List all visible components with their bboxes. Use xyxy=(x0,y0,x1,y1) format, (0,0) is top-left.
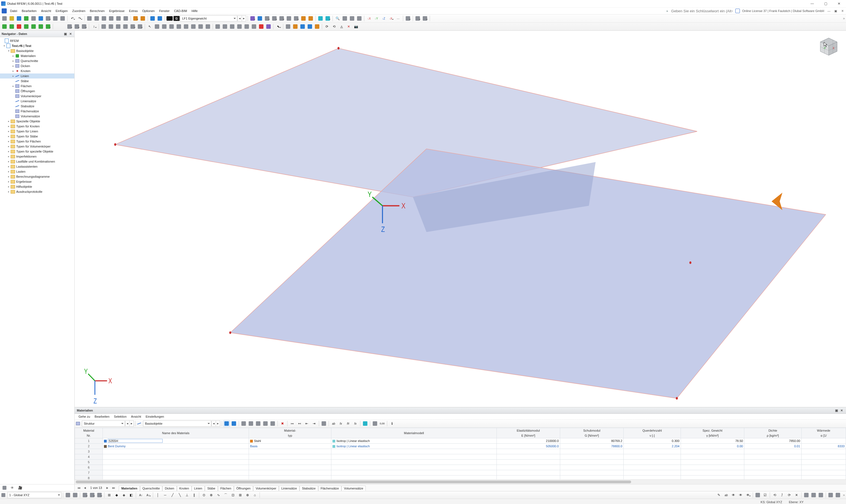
table-row[interactable]: 6 xyxy=(75,465,846,470)
table2-button[interactable] xyxy=(93,15,100,22)
h1-button[interactable] xyxy=(214,23,221,30)
copy-button[interactable] xyxy=(30,15,37,22)
draw6-button[interactable] xyxy=(137,23,143,30)
open-file-button[interactable] xyxy=(8,15,15,22)
draw5-button[interactable] xyxy=(129,23,136,30)
cursor-mode-button[interactable]: ⬉ xyxy=(275,23,282,30)
menu-berechnen[interactable]: Berechnen xyxy=(88,8,107,14)
truck2-button[interactable] xyxy=(324,15,331,22)
print-button[interactable] xyxy=(45,15,51,22)
load5-button[interactable] xyxy=(278,15,285,22)
panel-cat-next[interactable]: ► xyxy=(216,420,220,427)
tree-group-lastfälle-und-kombinationen[interactable]: ▸Lastfälle und Kombinationen xyxy=(0,159,74,164)
load3-button[interactable] xyxy=(264,15,270,22)
bb-r16[interactable] xyxy=(834,492,841,499)
chart5-button[interactable] xyxy=(183,23,190,30)
panel-tb-d1[interactable]: ↦ xyxy=(289,420,295,427)
calc2-button[interactable] xyxy=(140,15,146,22)
menu-optionen[interactable]: Optionen xyxy=(140,8,157,14)
panel-menu-einstellungen[interactable]: Einstellungen xyxy=(143,414,166,419)
navigator-close-button[interactable]: ✕ xyxy=(68,32,73,36)
bb-r10[interactable]: ⟳ xyxy=(786,492,793,499)
panel-float-button[interactable]: ▣ xyxy=(834,408,839,413)
menu-einfügen[interactable]: Einfügen xyxy=(53,8,70,14)
nav-footer-sheet-icon[interactable] xyxy=(2,485,7,491)
panel-menu-gehe-zu[interactable]: Gehe zu xyxy=(76,414,92,419)
menu-hilfe[interactable]: Hilfe xyxy=(189,8,200,14)
chart7-button[interactable] xyxy=(197,23,204,30)
bb-16[interactable]: ⊥ xyxy=(183,492,190,499)
calc1-button[interactable] xyxy=(132,15,139,22)
chart8-button[interactable] xyxy=(204,23,211,30)
keyword-search-input[interactable] xyxy=(670,9,733,13)
bb-18[interactable]: ⊙ xyxy=(201,492,207,499)
render2-button[interactable] xyxy=(414,15,421,22)
panel-tb-000[interactable]: 0,00 xyxy=(379,420,385,427)
bb-13[interactable]: ─ xyxy=(162,492,168,499)
load9-button[interactable] xyxy=(307,15,314,22)
tree-item-flächen[interactable]: ▸Flächen xyxy=(0,84,74,89)
bb-9[interactable]: ◧ xyxy=(128,492,134,499)
bb-14[interactable]: ╱ xyxy=(169,492,176,499)
render1-button[interactable] xyxy=(404,15,411,22)
grid4-button[interactable] xyxy=(306,23,313,30)
arrow-button[interactable]: ↖ xyxy=(146,23,153,30)
grid-hscroll[interactable] xyxy=(75,480,846,484)
m2-button[interactable]: ⟲ xyxy=(331,23,338,30)
tree-group-ausdruckprotokolle[interactable]: ▸Ausdruckprotokolle xyxy=(0,189,74,194)
bb-r1[interactable]: ✎ xyxy=(716,492,722,499)
bb-r3[interactable]: 👁 xyxy=(730,492,737,499)
panel-tb-g1[interactable] xyxy=(362,420,368,427)
doc2-button[interactable] xyxy=(59,15,66,22)
panel-tab-knoten[interactable]: Knoten xyxy=(177,486,192,491)
bb-r2[interactable]: ab xyxy=(723,492,730,499)
panel-tb-c1[interactable] xyxy=(240,420,247,427)
tree-group-lastassistenten[interactable]: ▸Lastassistenten xyxy=(0,164,74,169)
tree-g-button[interactable] xyxy=(45,23,51,30)
panel-tb-d2[interactable]: ↤ xyxy=(296,420,303,427)
panel-tab-flächensätze[interactable]: Flächensätze xyxy=(318,486,341,491)
menu-datei[interactable]: Datei xyxy=(8,8,20,14)
tree-group-typen-für-stäbe[interactable]: ▸Typen für Stäbe xyxy=(0,134,74,139)
delete-button[interactable]: ✕ xyxy=(345,23,352,30)
minimize-button[interactable]: — xyxy=(806,0,818,7)
bb-24[interactable]: ⊕ xyxy=(244,492,251,499)
draw4-button[interactable] xyxy=(122,23,129,30)
panel-tb-c4[interactable] xyxy=(262,420,269,427)
tree-group-imperfektionen[interactable]: ▸Imperfektionen xyxy=(0,154,74,159)
panel-tab-flächen[interactable]: Flächen xyxy=(218,486,234,491)
tree-a-button[interactable] xyxy=(1,23,8,30)
panel-tab-volumenkörper[interactable]: Volumenkörper xyxy=(253,486,279,491)
panel-tab-liniensätze[interactable]: Liniensätze xyxy=(279,486,300,491)
close-button[interactable]: ✕ xyxy=(833,0,845,7)
bottombar-overflow-icon[interactable]: » xyxy=(843,493,845,497)
navigation-cube[interactable]: -Y X xyxy=(816,34,841,58)
toolbar-overflow-icon[interactable]: » xyxy=(843,17,845,20)
panel-tb-info[interactable]: ℹ xyxy=(389,420,395,427)
bb-10[interactable]: A↕ xyxy=(138,492,144,499)
new-file-button[interactable] xyxy=(1,15,8,22)
axis-neg-x-button[interactable]: -X xyxy=(388,15,394,22)
bb-r9[interactable]: ⤴ xyxy=(779,492,785,499)
save-button[interactable] xyxy=(37,15,44,22)
load4-button[interactable] xyxy=(271,15,278,22)
lc-prev-button[interactable]: ◄ xyxy=(237,15,242,21)
panel-tab-linien[interactable]: Linien xyxy=(192,486,205,491)
menu-cad-bim[interactable]: CAD-BIM xyxy=(172,8,189,14)
table-row[interactable]: 1S355HStahlIsotrop | Linear elastisch210… xyxy=(75,438,846,444)
table-row[interactable]: 3 xyxy=(75,449,846,454)
bb-2[interactable] xyxy=(72,492,78,499)
bb-r11[interactable]: ✕ xyxy=(793,492,800,499)
tree-d-button[interactable] xyxy=(23,23,30,30)
mdi-minimize-button[interactable]: — xyxy=(827,9,831,13)
table1-button[interactable] xyxy=(86,15,93,22)
sel3-button[interactable] xyxy=(81,23,87,30)
bb-6[interactable]: ⊞ xyxy=(106,492,113,499)
panel-tab-stabsätze[interactable]: Stabsätze xyxy=(300,486,318,491)
tree-item-dicken[interactable]: ▸Dicken xyxy=(0,64,74,69)
bb-22[interactable]: ⊡ xyxy=(230,492,236,499)
bb-8[interactable]: ◈ xyxy=(121,492,127,499)
h3-button[interactable] xyxy=(229,23,235,30)
navigator-tree[interactable]: RFEM ▾ Test.rf6 | Test ▾ Basisobjekte ▸M… xyxy=(0,37,74,484)
panel-menu-selektion[interactable]: Selektion xyxy=(112,414,129,419)
